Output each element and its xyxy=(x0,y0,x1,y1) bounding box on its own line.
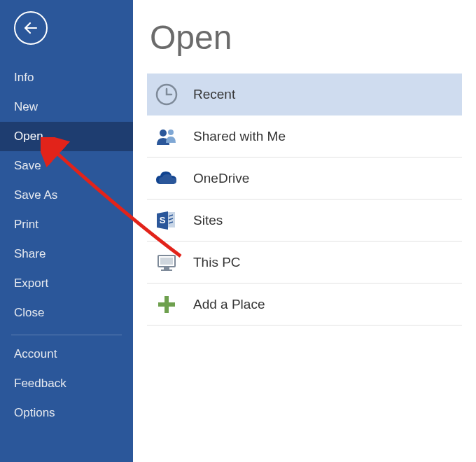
computer-icon xyxy=(153,248,181,276)
sidebar-item-new[interactable]: New xyxy=(0,92,133,122)
location-recent[interactable]: Recent xyxy=(147,74,462,115)
main-panel: Open Recent xyxy=(133,0,476,462)
location-onedrive[interactable]: OneDrive xyxy=(147,158,462,200)
location-addplace[interactable]: Add a Place xyxy=(147,284,462,326)
location-list: Recent Shared with Me xyxy=(147,74,462,326)
sidebar-item-label: Open xyxy=(14,130,43,143)
clock-icon xyxy=(153,80,181,108)
sidebar-separator xyxy=(11,335,122,335)
location-label: Add a Place xyxy=(193,297,265,312)
sidebar-item-open[interactable]: Open xyxy=(0,122,133,151)
people-icon xyxy=(153,122,181,150)
page-title: Open xyxy=(150,18,462,57)
svg-rect-6 xyxy=(160,258,173,265)
sidebar-item-feedback[interactable]: Feedback xyxy=(0,369,133,398)
back-button[interactable] xyxy=(14,11,48,45)
sidebar-item-label: Share xyxy=(14,247,46,260)
sidebar: Info New Open Save Save As Print Share E… xyxy=(0,0,133,462)
location-label: Sites xyxy=(193,213,223,228)
plus-icon xyxy=(153,290,181,318)
sidebar-item-label: Print xyxy=(14,218,38,231)
sidebar-item-label: Export xyxy=(14,276,48,290)
sidebar-item-label: Options xyxy=(14,406,55,419)
sidebar-item-account[interactable]: Account xyxy=(0,340,133,369)
sidebar-item-label: New xyxy=(14,100,38,113)
sidebar-item-label: Save xyxy=(14,159,41,172)
sidebar-item-saveas[interactable]: Save As xyxy=(0,181,133,210)
sidebar-item-label: Feedback xyxy=(14,377,66,390)
svg-point-1 xyxy=(160,130,167,136)
svg-text:S: S xyxy=(160,215,166,225)
location-thispc[interactable]: This PC xyxy=(147,241,462,284)
sidebar-item-close[interactable]: Close xyxy=(0,298,133,328)
location-label: This PC xyxy=(193,255,241,270)
location-label: Shared with Me xyxy=(193,129,286,144)
sidebar-item-share[interactable]: Share xyxy=(0,239,133,269)
cloud-icon xyxy=(153,164,181,192)
svg-rect-8 xyxy=(161,270,172,271)
location-sites[interactable]: S Sites xyxy=(147,200,462,241)
backstage-layout: Info New Open Save Save As Print Share E… xyxy=(0,0,476,462)
location-shared[interactable]: Shared with Me xyxy=(147,115,462,158)
sidebar-item-export[interactable]: Export xyxy=(0,269,133,298)
sidebar-item-save[interactable]: Save xyxy=(0,151,133,181)
sidebar-item-label: Close xyxy=(14,306,44,319)
svg-rect-7 xyxy=(164,267,169,270)
svg-rect-10 xyxy=(158,302,175,307)
sidebar-item-print[interactable]: Print xyxy=(0,210,133,239)
sidebar-item-label: Account xyxy=(14,347,57,360)
sidebar-item-info[interactable]: Info xyxy=(0,63,133,92)
sidebar-item-options[interactable]: Options xyxy=(0,398,133,428)
sidebar-item-label: Save As xyxy=(14,188,57,202)
location-label: OneDrive xyxy=(193,171,249,186)
back-arrow-icon xyxy=(22,20,39,36)
sharepoint-icon: S xyxy=(153,206,181,234)
location-label: Recent xyxy=(193,87,235,102)
svg-point-2 xyxy=(168,130,174,135)
sidebar-item-label: Info xyxy=(14,71,34,84)
